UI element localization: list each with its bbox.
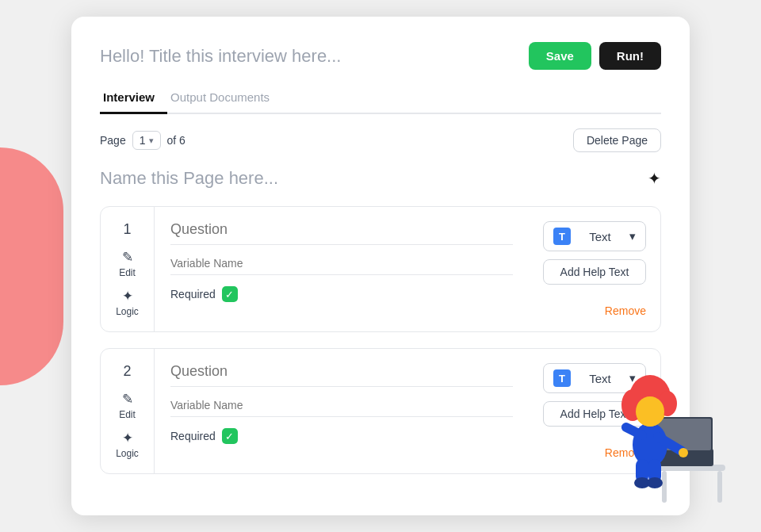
type-chevron-icon-1: ▾	[629, 229, 636, 243]
page-number-dropdown[interactable]: 1 ▾	[132, 131, 161, 150]
question-number-1: 1	[123, 221, 131, 238]
type-T-icon-1: T	[553, 228, 571, 245]
check-icon-2: ✓	[225, 431, 234, 442]
interview-title: Hello! Title this interview here...	[100, 46, 341, 67]
svg-rect-1	[717, 471, 722, 503]
question-card-1: 1 ✎ Edit ✦ Logic Required ✓ T Tex	[100, 206, 661, 332]
remove-button-2[interactable]: Remove	[605, 446, 646, 459]
main-card: Hello! Title this interview here... Save…	[71, 17, 690, 515]
edit-action-2[interactable]: ✎ Edit	[119, 391, 136, 420]
logic-action-1[interactable]: ✦ Logic	[116, 288, 139, 317]
logic-icon-2: ✦	[122, 430, 133, 446]
type-dropdown-2[interactable]: T Text ▾	[543, 363, 646, 393]
question-sidebar-1: 1 ✎ Edit ✦ Logic	[101, 207, 155, 331]
page-label: Page	[100, 134, 126, 147]
page-logic-icon[interactable]: ✦	[648, 169, 661, 188]
tab-output-documents[interactable]: Output Documents	[167, 84, 282, 114]
question-card-2: 2 ✎ Edit ✦ Logic Required ✓ T Tex	[100, 348, 661, 474]
edit-icon-2: ✎	[122, 391, 133, 408]
page-controls: Page 1 ▾ of 6 Delete Page	[100, 128, 661, 152]
edit-icon-1: ✎	[122, 249, 133, 266]
question-input-2[interactable]	[170, 363, 513, 387]
check-icon-1: ✓	[225, 289, 234, 300]
required-row-2: Required ✓	[170, 428, 513, 444]
question-right-1: T Text ▾ Add Help Text Remove	[529, 207, 660, 331]
question-input-1[interactable]	[170, 221, 513, 245]
logic-label-1: Logic	[116, 306, 139, 317]
tabs-row: Interview Output Documents	[100, 84, 661, 114]
question-body-2: Required ✓	[155, 349, 529, 473]
page-name-text: Name this Page here...	[100, 168, 278, 189]
page-of-label: of 6	[167, 134, 185, 147]
type-dropdown-1[interactable]: T Text ▾	[543, 221, 646, 251]
delete-page-button[interactable]: Delete Page	[573, 128, 661, 152]
type-label-1: Text	[589, 230, 611, 243]
page-number: 1	[140, 134, 146, 147]
type-T-icon-2: T	[553, 369, 571, 387]
question-body-1: Required ✓	[155, 207, 529, 331]
question-sidebar-2: 2 ✎ Edit ✦ Logic	[101, 349, 155, 473]
variable-input-2[interactable]	[170, 399, 513, 417]
required-row-1: Required ✓	[170, 286, 513, 302]
tab-interview[interactable]: Interview	[100, 84, 167, 114]
variable-input-1[interactable]	[170, 257, 513, 275]
type-label-2: Text	[589, 372, 611, 385]
edit-label-2: Edit	[119, 409, 136, 420]
page-name-row: Name this Page here... ✦	[100, 168, 661, 189]
run-button[interactable]: Run!	[599, 42, 661, 70]
logic-label-2: Logic	[116, 448, 139, 459]
required-checkbox-1[interactable]: ✓	[222, 286, 238, 302]
required-label-2: Required	[170, 430, 216, 442]
remove-button-1[interactable]: Remove	[605, 304, 646, 317]
type-chevron-icon-2: ▾	[629, 371, 636, 385]
logic-action-2[interactable]: ✦ Logic	[116, 430, 139, 459]
question-number-2: 2	[123, 363, 131, 380]
add-help-button-2[interactable]: Add Help Text	[543, 401, 646, 427]
edit-label-1: Edit	[119, 267, 136, 278]
save-button[interactable]: Save	[529, 42, 591, 70]
edit-action-1[interactable]: ✎ Edit	[119, 249, 136, 278]
page-selector: Page 1 ▾ of 6	[100, 131, 185, 150]
header-row: Hello! Title this interview here... Save…	[100, 42, 661, 70]
header-actions: Save Run!	[529, 42, 661, 70]
bg-decoration	[0, 147, 63, 385]
logic-icon-1: ✦	[122, 288, 133, 304]
question-right-2: T Text ▾ Add Help Text Remove	[529, 349, 660, 473]
required-label-1: Required	[170, 288, 216, 300]
required-checkbox-2[interactable]: ✓	[222, 428, 238, 444]
chevron-down-icon: ▾	[149, 136, 154, 146]
add-help-button-1[interactable]: Add Help Text	[543, 259, 646, 285]
